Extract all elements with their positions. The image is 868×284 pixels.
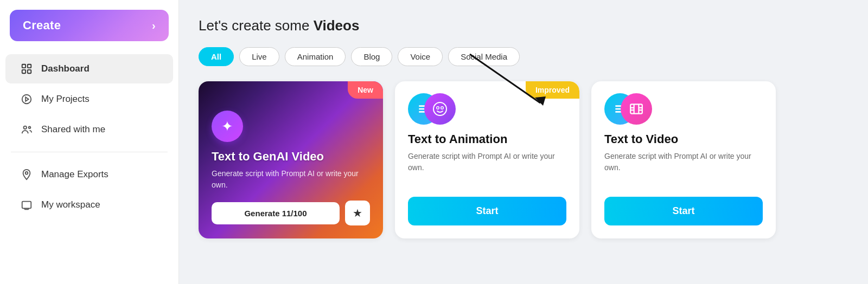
svg-rect-21	[630, 104, 642, 113]
projects-icon	[20, 92, 34, 106]
cards-grid: New ✦ Text to GenAI Video Generate scrip…	[199, 81, 848, 238]
create-chevron: ›	[152, 20, 156, 32]
svg-rect-0	[22, 64, 25, 68]
sidebar-item-shared-label: Shared with me	[41, 124, 105, 135]
dashboard-icon	[20, 62, 34, 76]
filter-tab-all[interactable]: All	[199, 47, 234, 66]
video-start-button[interactable]: Start	[604, 197, 763, 225]
video-card-header	[591, 81, 776, 132]
genai-card-desc: Generate script with Prompt AI or write …	[212, 168, 370, 191]
page-title: Let's create some Videos	[199, 17, 848, 34]
animation-card-desc: Generate script with Prompt AI or write …	[408, 151, 566, 173]
sidebar-item-exports-label: Manage Exports	[41, 169, 108, 180]
nav-divider	[11, 152, 168, 152]
sidebar-item-my-projects[interactable]: My Projects	[5, 85, 173, 114]
create-button[interactable]: Create ›	[10, 10, 169, 41]
animation-card-title: Text to Animation	[408, 132, 566, 146]
svg-point-17	[442, 107, 443, 109]
animation-card-header	[395, 81, 579, 132]
svg-rect-9	[22, 202, 31, 209]
generate-button[interactable]: Generate 11/100	[212, 202, 340, 224]
sidebar-item-dashboard-label: Dashboard	[41, 63, 90, 74]
create-label: Create	[23, 18, 61, 33]
filter-tab-voice[interactable]: Voice	[398, 47, 443, 66]
svg-rect-3	[28, 70, 31, 73]
sidebar-nav: Dashboard My Projects Shared with me	[0, 53, 178, 221]
video-icon-film	[621, 93, 652, 125]
card-genai-video: New ✦ Text to GenAI Video Generate scrip…	[199, 81, 383, 238]
svg-point-4	[22, 95, 31, 104]
page-title-prefix: Let's create some	[199, 17, 314, 34]
card-video: Text to Video Generate script with Promp…	[591, 81, 776, 238]
filter-tab-social-media[interactable]: Social Media	[448, 47, 520, 66]
sidebar-item-workspace-label: My workspace	[41, 199, 100, 210]
filter-tab-blog[interactable]: Blog	[351, 47, 392, 66]
sidebar-item-shared[interactable]: Shared with me	[5, 115, 173, 144]
video-icon-duo	[604, 93, 652, 125]
sidebar-item-dashboard[interactable]: Dashboard	[5, 54, 173, 83]
card-genai-content: New ✦ Text to GenAI Video Generate scrip…	[199, 81, 383, 238]
filter-tabs: All Live Animation Blog Voice Social Med…	[199, 47, 848, 66]
video-card-title: Text to Video	[604, 132, 763, 146]
sidebar-item-projects-label: My Projects	[41, 94, 90, 105]
page-title-bold: Videos	[314, 17, 360, 34]
sidebar: Create › Dashboard My Projects	[0, 0, 179, 284]
svg-rect-2	[22, 70, 25, 73]
filter-tab-animation[interactable]: Animation	[285, 47, 346, 66]
svg-point-6	[24, 126, 27, 130]
animation-icon-duo	[408, 93, 456, 125]
card-animation: Improved	[395, 81, 579, 238]
svg-point-13	[433, 102, 446, 115]
filter-tab-live[interactable]: Live	[239, 47, 279, 66]
svg-point-7	[29, 127, 31, 129]
genai-card-actions: Generate 11/100 ★	[212, 201, 370, 225]
main-content: Let's create some Videos All Live Animat…	[179, 0, 868, 284]
video-card-body: Text to Video Generate script with Promp…	[591, 132, 776, 197]
animation-icon-face	[424, 93, 456, 125]
genai-icon: ✦	[212, 111, 243, 142]
genai-card-title: Text to GenAI Video	[212, 150, 370, 164]
sidebar-item-workspace[interactable]: My workspace	[5, 190, 173, 220]
svg-point-16	[437, 107, 439, 109]
animation-card-body: Text to Animation Generate script with P…	[395, 132, 579, 197]
svg-point-8	[25, 172, 28, 175]
svg-marker-5	[25, 97, 29, 101]
video-card-desc: Generate script with Prompt AI or write …	[604, 151, 763, 173]
workspace-icon	[20, 198, 34, 212]
animation-start-button[interactable]: Start	[408, 197, 566, 225]
exports-icon	[20, 167, 34, 182]
sidebar-item-manage-exports[interactable]: Manage Exports	[5, 160, 173, 189]
svg-rect-1	[28, 64, 31, 68]
badge-new: New	[348, 81, 383, 99]
shared-icon	[20, 122, 34, 137]
star-button[interactable]: ★	[345, 201, 370, 225]
